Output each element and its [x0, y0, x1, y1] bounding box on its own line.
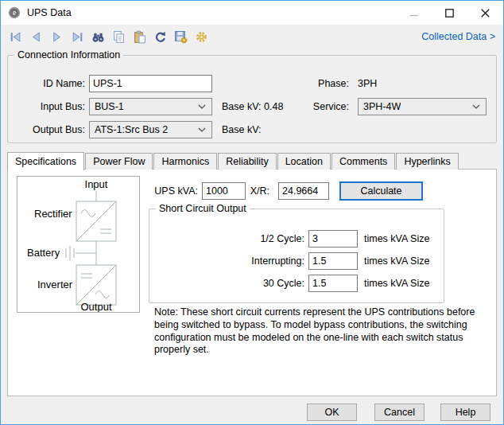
maximize-button[interactable]: [432, 1, 467, 25]
tab-harmonics[interactable]: Harmonics: [153, 153, 217, 170]
note-text: Note: These short circuit currents repre…: [154, 306, 483, 357]
connection-information-group: Connection Information ID Name: Phase: 3…: [7, 55, 497, 143]
help-button[interactable]: Help: [440, 404, 490, 421]
base-kv-output-label: Base kV:: [222, 124, 262, 135]
cancel-button[interactable]: Cancel: [374, 404, 425, 421]
paste-icon[interactable]: [133, 30, 146, 44]
diagram-battery-label: Battery: [27, 247, 60, 259]
options-icon[interactable]: [195, 30, 208, 44]
connection-information-legend: Connection Information: [14, 49, 123, 61]
short-circuit-output-legend: Short Circuit Output: [156, 203, 250, 215]
thirty-cycle-label: 30 Cycle:: [165, 275, 304, 292]
tab-comments[interactable]: Comments: [331, 153, 395, 170]
chevron-down-icon: [198, 127, 206, 132]
base-kv-output-row: Base kV:: [222, 121, 264, 138]
ups-data-dialog: e UPS Data: [0, 0, 504, 425]
interrupting-suffix: times kVA Size: [364, 252, 429, 270]
previous-icon[interactable]: [29, 30, 43, 44]
interrupting-input[interactable]: [308, 252, 358, 270]
input-bus-select[interactable]: BUS-1: [89, 98, 212, 115]
collected-data-link[interactable]: Collected Data >: [421, 31, 495, 42]
copy-icon[interactable]: [112, 30, 126, 44]
base-kv-input-label: Base kV:: [222, 101, 262, 112]
next-icon[interactable]: [50, 30, 64, 44]
diagram-output-label: Output: [80, 301, 111, 312]
tab-location[interactable]: Location: [277, 153, 331, 170]
tab-bar: Specifications Power Flow Harmonics Reli…: [7, 151, 459, 170]
tab-hyperlinks[interactable]: Hyperlinks: [396, 153, 458, 170]
half-cycle-input[interactable]: [308, 230, 358, 248]
phase-label: Phase:: [270, 75, 349, 92]
close-button[interactable]: [467, 1, 503, 25]
tab-reliability[interactable]: Reliability: [218, 153, 277, 170]
last-record-icon[interactable]: [71, 30, 84, 44]
first-record-icon[interactable]: [9, 30, 22, 44]
chevron-down-icon: [472, 104, 480, 109]
window-title: UPS Data: [27, 7, 72, 18]
tab-power-flow[interactable]: Power Flow: [85, 153, 153, 170]
find-icon[interactable]: [91, 30, 105, 44]
id-name-label: ID Name:: [8, 75, 85, 92]
half-cycle-suffix: times kVA Size: [364, 230, 429, 248]
diagram-rectifier-label: Rectifier: [34, 208, 72, 220]
diagram-input-label: Input: [85, 178, 108, 190]
tab-specifications[interactable]: Specifications: [7, 152, 84, 170]
chevron-down-icon: [198, 104, 206, 109]
undo-icon[interactable]: [153, 30, 167, 44]
diagram-inverter-label: Inverter: [37, 279, 73, 290]
save-options-icon[interactable]: [174, 30, 188, 44]
ups-diagram: Input Rectifier Battery Inverter Output: [17, 176, 140, 313]
title-bar: e UPS Data: [1, 1, 503, 25]
service-select[interactable]: 3PH-4W: [358, 98, 487, 115]
short-circuit-output-group: Short Circuit Output 1/2 Cycle: times kV…: [149, 209, 444, 303]
service-label: Service:: [270, 98, 349, 115]
output-bus-label: Output Bus:: [8, 121, 85, 138]
id-name-input[interactable]: [89, 75, 212, 92]
toolbar: Collected Data >: [1, 25, 503, 49]
xr-input[interactable]: [278, 182, 329, 200]
half-cycle-label: 1/2 Cycle:: [165, 230, 304, 248]
interrupting-label: Interrupting:: [165, 252, 304, 270]
specifications-page: Input Rectifier Battery Inverter Output …: [7, 169, 497, 396]
ups-kva-label: UPS kVA:: [135, 182, 198, 200]
svg-text:e: e: [13, 9, 16, 17]
app-icon: e: [8, 6, 21, 19]
output-bus-select[interactable]: ATS-1:Src Bus 2: [89, 121, 212, 138]
input-bus-label: Input Bus:: [8, 98, 85, 115]
calculate-button[interactable]: Calculate: [339, 181, 423, 201]
minimize-button[interactable]: [396, 1, 432, 25]
thirty-cycle-input[interactable]: [308, 275, 358, 292]
ok-button[interactable]: OK: [307, 404, 357, 421]
thirty-cycle-suffix: times kVA Size: [364, 275, 429, 292]
phase-value: 3PH: [358, 75, 377, 92]
xr-label: X/R:: [231, 182, 269, 200]
